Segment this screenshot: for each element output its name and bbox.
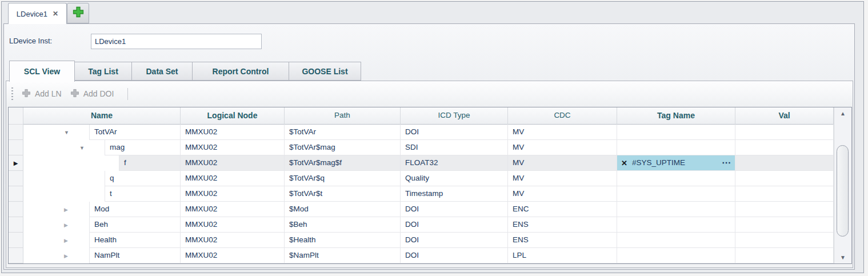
table-row[interactable]: ▶ Mod MMXU02 $Mod DOI ENC [9, 202, 851, 217]
name-cell[interactable]: t [23, 186, 181, 202]
logical-node-cell[interactable]: MMXU02 [181, 125, 285, 140]
tab-data-set[interactable]: Data Set [131, 62, 193, 81]
scrollbar-thumb[interactable] [837, 145, 849, 237]
tab-report-control[interactable]: Report Control [192, 62, 289, 81]
logical-node-cell[interactable]: MMXU02 [181, 140, 285, 155]
tab-tag-list[interactable]: Tag List [74, 62, 132, 81]
path-cell[interactable]: $Mod [285, 202, 401, 217]
clear-tag-icon[interactable]: ✕ [621, 159, 627, 167]
tag-name-cell[interactable] [617, 140, 735, 155]
logical-node-cell[interactable]: MMXU02 [181, 186, 285, 202]
val-cell[interactable] [735, 248, 834, 263]
tag-name-cell[interactable] [617, 248, 735, 263]
val-cell[interactable] [735, 217, 834, 233]
column-header-name[interactable]: Name [23, 107, 181, 125]
expander-collapsed-icon[interactable]: ▶ [64, 233, 68, 248]
scroll-down-icon[interactable]: ▼ [834, 254, 851, 261]
ldevice-inst-input[interactable] [91, 34, 262, 49]
tag-name-cell[interactable] [617, 217, 735, 233]
path-cell[interactable]: $TotVAr$mag [285, 140, 401, 155]
cdc-cell[interactable]: MV [508, 155, 617, 171]
icd-type-cell[interactable]: DOI [401, 202, 508, 217]
cdc-cell[interactable]: ENC [508, 202, 617, 217]
expander-collapsed-icon[interactable]: ▶ [64, 218, 68, 233]
name-cell[interactable]: ▼ TotVAr [23, 125, 181, 140]
name-cell[interactable]: q [23, 171, 181, 186]
tag-name-cell[interactable] [617, 186, 735, 202]
cdc-cell[interactable]: ENS [508, 217, 617, 233]
icd-type-cell[interactable]: Timestamp [401, 186, 508, 202]
column-header-val[interactable]: Val [735, 107, 834, 125]
logical-node-cell[interactable]: MMXU02 [181, 233, 285, 248]
path-cell[interactable]: $Health [285, 233, 401, 248]
logical-node-cell[interactable]: MMXU02 [181, 171, 285, 186]
val-cell[interactable] [735, 155, 834, 171]
cdc-cell[interactable]: ENS [508, 233, 617, 248]
icd-type-cell[interactable]: SDI [401, 140, 508, 155]
table-row[interactable]: ▶ NamPlt MMXU02 $NamPlt DOI LPL [9, 248, 851, 263]
tab-goose-list[interactable]: GOOSE List [289, 62, 361, 81]
path-cell[interactable]: $TotVAr$mag$f [285, 155, 401, 171]
expander-collapsed-icon[interactable]: ▶ [64, 249, 68, 263]
icd-type-cell[interactable]: DOI [401, 233, 508, 248]
logical-node-cell[interactable]: MMXU02 [181, 248, 285, 263]
icd-type-cell[interactable]: FLOAT32 [401, 155, 508, 171]
cdc-cell[interactable]: MV [508, 171, 617, 186]
tag-name-cell[interactable] [617, 233, 735, 248]
tag-name-cell[interactable] [617, 125, 735, 140]
logical-node-cell[interactable]: MMXU02 [181, 217, 285, 233]
logical-node-cell[interactable]: MMXU02 [181, 155, 285, 171]
expander-collapsed-icon[interactable]: ▶ [64, 202, 68, 217]
close-icon[interactable]: ✕ [53, 10, 58, 17]
name-cell[interactable]: ▶ Health [23, 233, 181, 248]
path-cell[interactable]: $NamPlt [285, 248, 401, 263]
name-cell[interactable]: ▶ Beh [23, 217, 181, 233]
path-cell[interactable]: $TotVAr$t [285, 186, 401, 202]
tag-name-cell[interactable] [617, 171, 735, 186]
icd-type-cell[interactable]: DOI [401, 248, 508, 263]
name-cell[interactable]: f [23, 155, 181, 171]
val-cell[interactable] [735, 140, 834, 155]
table-row[interactable]: ▶ Beh MMXU02 $Beh DOI ENS [9, 217, 851, 233]
name-cell[interactable]: ▶ Mod [23, 202, 181, 217]
tag-browse-ellipsis-button[interactable]: ⋯ [722, 158, 731, 167]
cdc-cell[interactable]: MV [508, 186, 617, 202]
cdc-cell[interactable]: MV [508, 125, 617, 140]
val-cell[interactable] [735, 202, 834, 217]
icd-type-cell[interactable]: Quality [401, 171, 508, 186]
scroll-up-icon[interactable]: ▲ [834, 110, 851, 117]
tab-ldevice1[interactable]: LDevice1 ✕ [8, 3, 67, 24]
val-cell[interactable] [735, 171, 834, 186]
path-cell[interactable]: $Beh [285, 217, 401, 233]
path-cell[interactable]: $TotVAr [285, 125, 401, 140]
add-tab-button[interactable] [67, 3, 89, 23]
column-header-path[interactable]: Path [285, 107, 401, 125]
tab-scl-view[interactable]: SCL View [9, 61, 75, 82]
val-cell[interactable] [735, 186, 834, 202]
logical-node-cell[interactable]: MMXU02 [181, 202, 285, 217]
table-row[interactable]: ▶ Health MMXU02 $Health DOI ENS [9, 233, 851, 248]
cdc-cell[interactable]: MV [508, 140, 617, 155]
column-header-cdc[interactable]: CDC [508, 107, 617, 125]
table-row[interactable]: ▼ mag MMXU02 $TotVAr$mag SDI MV [9, 140, 851, 155]
toolbar-grip-handle[interactable] [11, 87, 13, 100]
expander-expanded-icon[interactable]: ▼ [64, 125, 69, 140]
path-cell[interactable]: $TotVAr$q [285, 171, 401, 186]
name-cell[interactable]: ▼ mag [23, 140, 181, 155]
val-cell[interactable] [735, 233, 834, 248]
icd-type-cell[interactable]: DOI [401, 125, 508, 140]
table-row[interactable]: t MMXU02 $TotVAr$t Timestamp MV [9, 186, 851, 202]
tag-name-cell-assigned[interactable]: ✕ #SYS_UPTIME ⋯ [617, 155, 735, 171]
vertical-scrollbar[interactable]: ▲ ▼ [834, 107, 851, 263]
expander-expanded-icon[interactable]: ▼ [79, 141, 85, 155]
column-header-icd-type[interactable]: ICD Type [401, 107, 508, 125]
table-row-selected[interactable]: ▶ f MMXU02 $TotVAr$mag$f FLOAT32 MV ✕ #S… [9, 155, 851, 171]
tag-name-cell[interactable] [617, 202, 735, 217]
table-row[interactable]: q MMXU02 $TotVAr$q Quality MV [9, 171, 851, 186]
cdc-cell[interactable]: LPL [508, 248, 617, 263]
add-doi-button[interactable]: Add DOI [70, 89, 114, 99]
name-cell[interactable]: ▶ NamPlt [23, 248, 181, 263]
add-ln-button[interactable]: Add LN [22, 89, 62, 99]
icd-type-cell[interactable]: DOI [401, 217, 508, 233]
table-row[interactable]: ▼ TotVAr MMXU02 $TotVAr DOI MV [9, 125, 851, 140]
